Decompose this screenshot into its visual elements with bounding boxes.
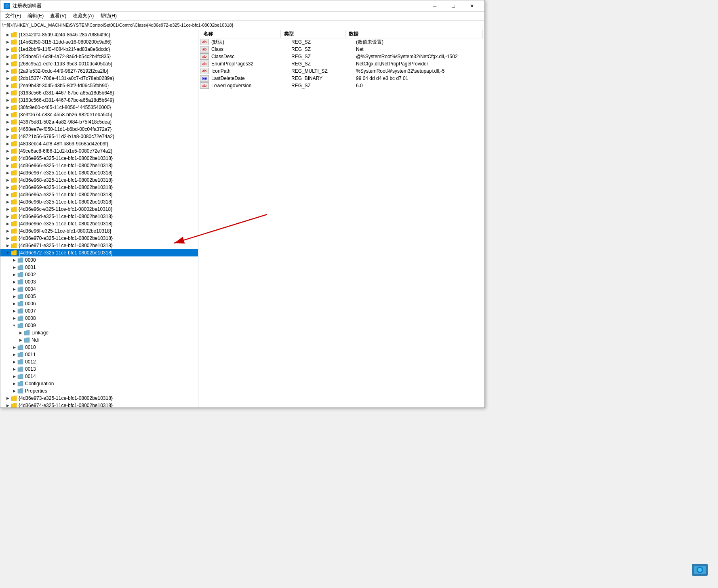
- tree-item[interactable]: ▶ {36fc9e60-c465-11cf-8056-444553540000}: [0, 104, 198, 111]
- tree-item[interactable]: ▶ {4d36e965-e325-11ce-bfc1-08002be10318}: [0, 155, 198, 162]
- tree-item[interactable]: ▶ {4d36e96b-e325-11ce-bfc1-08002be10318}: [0, 198, 198, 206]
- expand-icon[interactable]: ▶: [11, 387, 17, 395]
- expand-icon[interactable]: ▶: [4, 227, 11, 235]
- tree-item[interactable]: ▶ Ndi: [0, 336, 198, 344]
- registry-row[interactable]: abLowerLogoVersionREG_SZ6.0: [198, 82, 484, 89]
- tree-item[interactable]: ▶ {4d36e968-e325-11ce-bfc1-08002be10318}: [0, 176, 198, 184]
- tree-item[interactable]: ▶ {4d36e96d-e325-11ce-bfc1-08002be10318}: [0, 213, 198, 220]
- close-button[interactable]: ✕: [463, 0, 481, 12]
- registry-row[interactable]: abClassDescREG_SZ@%SystemRoot%\System32\…: [198, 53, 484, 60]
- expand-icon[interactable]: ▶: [4, 162, 11, 169]
- expand-icon[interactable]: ▶: [11, 380, 17, 387]
- tree-item[interactable]: ▶ {3163c566-d381-4467-87bc-a65a18d5b649}: [0, 97, 198, 104]
- expand-icon[interactable]: ▶: [11, 315, 17, 322]
- expand-icon[interactable]: ▶: [11, 264, 17, 271]
- expand-icon[interactable]: ▶: [4, 46, 11, 53]
- expand-icon[interactable]: ▼: [11, 322, 17, 329]
- tree-item[interactable]: ▶ 0007: [0, 307, 198, 315]
- expand-icon[interactable]: ▶: [4, 133, 11, 140]
- tree-item[interactable]: ▶ {268c95a1-edfe-11d3-95c3-0010dc4050a5}: [0, 60, 198, 67]
- expand-icon[interactable]: ▶: [4, 82, 11, 89]
- expand-icon[interactable]: ▶: [17, 329, 24, 336]
- expand-icon[interactable]: ▶: [11, 256, 17, 264]
- tree-item[interactable]: ▶ Linkage: [0, 329, 198, 336]
- registry-row[interactable]: ab(默认)REG_SZ(数值未设置): [198, 38, 484, 46]
- tree-item[interactable]: ▶ Configuration: [0, 380, 198, 387]
- expand-icon[interactable]: ▶: [17, 336, 24, 344]
- expand-icon[interactable]: ▶: [11, 344, 17, 351]
- tree-item[interactable]: ▼ {4d36e972-e325-11ce-bfc1-08002be10318}: [0, 249, 198, 256]
- tree-item[interactable]: ▶ 0013: [0, 365, 198, 373]
- expand-icon[interactable]: ▶: [4, 220, 11, 227]
- expand-icon[interactable]: ▶: [4, 206, 11, 213]
- col-header-data[interactable]: 数据: [345, 30, 483, 38]
- tree-item[interactable]: ▶ {4d36e973-e325-11ce-bfc1-08002be10318}: [0, 395, 198, 402]
- tree-item[interactable]: ▶ 0003: [0, 278, 198, 286]
- tree-item[interactable]: ▶ {4d36e966-e325-11ce-bfc1-08002be10318}: [0, 162, 198, 169]
- minimize-button[interactable]: ─: [425, 0, 444, 12]
- col-header-name[interactable]: 名称: [200, 30, 281, 38]
- tree-item[interactable]: ▶ 0005: [0, 293, 198, 300]
- expand-icon[interactable]: ▶: [4, 395, 11, 402]
- menu-view[interactable]: 查看(V): [47, 12, 69, 20]
- tree-item[interactable]: ▶ {4d36e971-e325-11ce-bfc1-08002be10318}: [0, 242, 198, 249]
- expand-icon[interactable]: ▶: [4, 140, 11, 147]
- registry-row[interactable]: binLastDeleteDateREG_BINARY99 04 dd d4 e…: [198, 75, 484, 82]
- expand-icon[interactable]: ▶: [4, 176, 11, 184]
- expand-icon[interactable]: ▶: [4, 402, 11, 407]
- tree-item[interactable]: ▶ {4d36e969-e325-11ce-bfc1-08002be10318}: [0, 184, 198, 191]
- tree-item[interactable]: ▶ 0012: [0, 358, 198, 365]
- tree-item[interactable]: ▶ {4d36e967-e325-11ce-bfc1-08002be10318}: [0, 169, 198, 176]
- tree-item[interactable]: ▶ {48721b56-6795-11d2-b1a8-0080c72e74a2}: [0, 133, 198, 140]
- menu-file[interactable]: 文件(F): [2, 12, 24, 20]
- menu-help[interactable]: 帮助(H): [97, 12, 120, 20]
- expand-icon[interactable]: ▶: [4, 126, 11, 133]
- expand-icon[interactable]: ▶: [4, 67, 11, 75]
- registry-row[interactable]: abEnumPropPages32REG_SZNetCfgx.dll,NetPr…: [198, 60, 484, 67]
- expand-icon[interactable]: ▶: [4, 169, 11, 176]
- maximize-button[interactable]: □: [444, 0, 463, 12]
- expand-icon[interactable]: ▶: [11, 286, 17, 293]
- expand-icon[interactable]: ▶: [4, 198, 11, 206]
- tree-item[interactable]: ▶ {3e3f0674-c83c-4558-bb26-9820e1eba5c5}: [0, 111, 198, 118]
- tree-item[interactable]: ▶ {2a9fe532-0cdc-44f9-9827-76192f2ca2fb}: [0, 67, 198, 75]
- tree-item[interactable]: ▶ {4d36e970-e325-11ce-bfc1-08002be10318}: [0, 235, 198, 242]
- tree-item[interactable]: ▶ {43675d81-502a-4a82-9f84-b75f418c5dea}: [0, 118, 198, 126]
- expand-icon[interactable]: ▶: [4, 31, 11, 38]
- expand-icon[interactable]: ▶: [4, 191, 11, 198]
- expand-icon[interactable]: ▶: [11, 358, 17, 365]
- tree-panel[interactable]: ▶ {13e42dfa-85d9-424d-8646-28a70f864f9c}…: [0, 30, 198, 407]
- tree-item[interactable]: ▶ 0000: [0, 256, 198, 264]
- tree-item[interactable]: ▶ {48d3ebc4-4cf8-48ff-b869-9c68ad42eb9f}: [0, 140, 198, 147]
- tree-item[interactable]: ▶ {4d36e974-e325-11ce-bfc1-08002be10318}: [0, 402, 198, 407]
- tree-item[interactable]: ▶ {25dbce51-6c8f-4a72-8a6d-b54c2b4fc835}: [0, 53, 198, 60]
- tree-item[interactable]: ▶ Properties: [0, 387, 198, 395]
- expand-icon[interactable]: ▶: [4, 89, 11, 97]
- expand-icon[interactable]: ▶: [4, 75, 11, 82]
- expand-icon[interactable]: ▶: [4, 38, 11, 46]
- tree-item[interactable]: ▶ {4d36e96e-e325-11ce-bfc1-08002be10318}: [0, 220, 198, 227]
- expand-icon[interactable]: ▶: [11, 351, 17, 358]
- menu-edit[interactable]: 编辑(E): [24, 12, 47, 20]
- expand-icon[interactable]: ▶: [4, 242, 11, 249]
- tree-item[interactable]: ▶ 0006: [0, 300, 198, 307]
- expand-icon[interactable]: ▶: [4, 104, 11, 111]
- menu-favorites[interactable]: 收藏夹(A): [69, 12, 97, 20]
- tree-item[interactable]: ▶ {4d36e96f-e325-11ce-bfc1-08002be10318}: [0, 227, 198, 235]
- tree-item[interactable]: ▶ 0014: [0, 373, 198, 380]
- tree-item[interactable]: ▶ 0004: [0, 286, 198, 293]
- expand-icon[interactable]: ▶: [11, 365, 17, 373]
- expand-icon[interactable]: ▶: [4, 155, 11, 162]
- tree-item[interactable]: ▶ {1ed2bbf9-11f0-4084-b21f-ad83a8e6dcdc}: [0, 46, 198, 53]
- expand-icon[interactable]: ▶: [4, 184, 11, 191]
- expand-icon[interactable]: ▼: [4, 249, 11, 256]
- expand-icon[interactable]: ▶: [11, 293, 17, 300]
- expand-icon[interactable]: ▶: [11, 307, 17, 315]
- tree-item[interactable]: ▶ 0002: [0, 271, 198, 278]
- tree-item[interactable]: ▶ {3163c566-d381-4467-87bc-a65a18d5b648}: [0, 89, 198, 97]
- tree-item[interactable]: ▶ {4d36e96c-e325-11ce-bfc1-08002be10318}: [0, 206, 198, 213]
- tree-item[interactable]: ▶ {13e42dfa-85d9-424d-8646-28a70f864f9c}: [0, 31, 198, 38]
- tree-item[interactable]: ▶ 0001: [0, 264, 198, 271]
- tree-item[interactable]: ▶ {4d36e96a-e325-11ce-bfc1-08002be10318}: [0, 191, 198, 198]
- tree-item[interactable]: ▶ 0011: [0, 351, 198, 358]
